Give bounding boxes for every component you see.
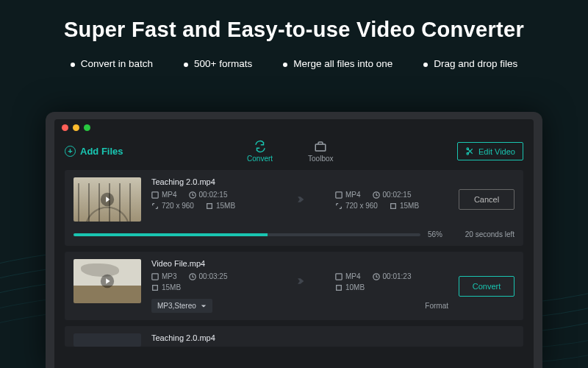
feature-item: Drag and drop files [423,58,517,69]
tab-toolbox-label: Toolbox [308,155,333,163]
clock-icon: 00:02:15 [189,191,228,199]
arrow-icon [288,273,309,291]
tab-convert-label: Convert [247,155,273,163]
resolution-icon: 720 x 960 [151,202,194,210]
format-label: Format [425,302,448,310]
audio-format-dropdown[interactable]: MP3,Stereo [151,299,212,313]
target-meta: MP4 00:01:23 10MB [335,272,445,291]
svg-rect-7 [336,191,342,197]
file-info: Teaching 2.0.mp4 [151,333,448,347]
svg-rect-4 [152,191,158,197]
edit-video-button[interactable]: Edit Video [457,142,523,160]
filename: Teaching 2.0.mp4 [151,177,448,186]
file-row: Video File.mp4 MP3 00:03:25 15MB [65,252,523,320]
app-window: + Add Files Convert Toolbox Edit Video [54,119,534,368]
chevron-down-icon [201,303,207,309]
source-meta: MP3 00:03:25 15MB [151,272,262,291]
file-info: Teaching 2.0.mp4 MP4 00:02:15 720 x 960 … [151,177,448,222]
svg-rect-16 [337,285,342,290]
tab-convert[interactable]: Convert [247,140,273,163]
filename: Video File.mp4 [151,259,448,268]
maximize-icon[interactable] [84,124,90,131]
format-icon: MP4 [151,191,177,199]
svg-rect-9 [391,203,396,208]
svg-rect-11 [152,273,158,279]
convert-button[interactable]: Convert [459,276,514,297]
source-meta: MP4 00:02:15 720 x 960 15MB [151,191,262,210]
traffic-lights [62,124,90,131]
progress-percent: 56% [428,230,448,238]
play-icon [74,177,141,222]
cancel-button[interactable]: Cancel [459,189,514,210]
window-titlebar [54,119,534,135]
toolbar: + Add Files Convert Toolbox Edit Video [54,135,534,170]
progress-wrap: 56% 20 seconds left [74,230,514,238]
scissors-icon [465,146,475,156]
progress-eta: 20 seconds left [456,230,514,238]
size-icon: 15MB [206,202,235,210]
convert-icon [254,140,267,153]
add-files-label: Add Files [80,146,123,157]
feature-item: 500+ formats [184,58,252,69]
play-icon [74,259,141,303]
thumbnail[interactable] [74,333,141,347]
thumbnail[interactable] [74,177,141,222]
meta-row: MP3 00:03:25 15MB MP4 00:01:23 [151,272,448,291]
plus-icon: + [65,146,76,157]
target-meta: MP4 00:02:15 720 x 960 15MB [335,191,445,210]
hero-title: Super Fast and Easy-to-use Video Convert… [0,18,588,42]
close-icon[interactable] [62,124,68,131]
progress-bar [74,233,420,236]
file-row: Teaching 2.0.mp4 MP4 00:02:15 720 x 960 … [65,170,523,246]
add-files-button[interactable]: + Add Files [65,146,123,157]
file-info: Video File.mp4 MP3 00:03:25 15MB [151,259,448,313]
svg-rect-14 [336,273,342,279]
hero: Super Fast and Easy-to-use Video Convert… [0,0,588,69]
laptop-frame: + Add Files Convert Toolbox Edit Video [46,112,542,368]
meta-row: MP4 00:02:15 720 x 960 15MB MP4 [151,191,448,210]
svg-rect-6 [207,203,212,208]
feature-list: Convert in batch 500+ formats Merge all … [0,58,588,69]
filename: Teaching 2.0.mp4 [151,333,448,342]
minimize-icon[interactable] [73,124,79,131]
file-row: Teaching 2.0.mp4 [65,326,523,347]
feature-item: Convert in batch [71,58,153,69]
svg-point-3 [101,193,114,206]
svg-rect-0 [316,144,326,151]
tab-toolbox[interactable]: Toolbox [308,140,333,163]
feature-item: Merge all files into one [283,58,392,69]
subrow: MP3,Stereo Format [151,299,448,313]
svg-rect-13 [153,285,158,290]
toolbox-icon [314,140,327,153]
arrow-icon [288,191,309,209]
tabs: Convert Toolbox [247,140,333,163]
thumbnail[interactable] [74,259,141,303]
edit-video-label: Edit Video [478,147,515,156]
file-list: Teaching 2.0.mp4 MP4 00:02:15 720 x 960 … [54,170,534,347]
